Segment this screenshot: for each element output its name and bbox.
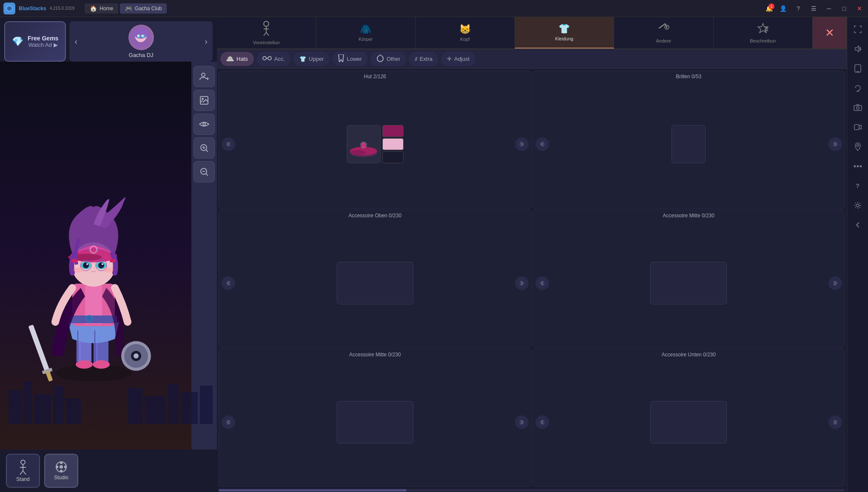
phone-btn[interactable]	[850, 60, 866, 77]
account-btn[interactable]: 👤	[778, 3, 788, 14]
tab-kleidung-label: Kleidung	[555, 36, 573, 41]
cat-lower[interactable]: Lower	[332, 52, 367, 66]
char-next-btn[interactable]: ›	[205, 37, 208, 46]
svg-point-112	[519, 420, 524, 425]
cat-hats[interactable]: Hats	[220, 52, 254, 66]
slot-acc-mitte-2-prev[interactable]	[222, 415, 235, 429]
studio-button[interactable]: Studio	[44, 454, 78, 488]
bluestacks-logo	[3, 3, 15, 14]
visibility-btn[interactable]	[194, 114, 215, 135]
help-btn[interactable]: ?	[793, 3, 803, 14]
color-swatch-mid[interactable]	[382, 138, 404, 150]
add-character-btn[interactable]	[194, 66, 215, 87]
window-controls: 🔔 1 👤 ? ☰ ─ □ ✕	[766, 3, 865, 14]
svg-point-81	[264, 21, 269, 26]
svg-line-86	[659, 24, 665, 28]
slot-acc-oben-next[interactable]	[515, 276, 529, 290]
char-prev-btn[interactable]: ‹	[74, 37, 77, 46]
slot-acc-unten: Accessoire Unten 0/230	[532, 349, 845, 487]
tab-kleidung[interactable]: 👕 Kleidung	[515, 17, 615, 48]
cat-acc-icon	[262, 56, 272, 62]
tab-beschreibun[interactable]: Beschreibun	[714, 17, 813, 48]
slot-acc-unten-next[interactable]	[828, 415, 842, 429]
menu-btn[interactable]: ☰	[808, 3, 819, 14]
fullscreen-btn[interactable]	[850, 21, 866, 37]
svg-point-36	[98, 262, 104, 268]
svg-point-49	[134, 353, 139, 358]
tab-koerper[interactable]: 🧥 Körper	[316, 17, 416, 48]
slot-brillen-item[interactable]	[672, 125, 706, 163]
tab-home[interactable]: 🏠 Home	[85, 3, 118, 14]
svg-rect-9	[9, 390, 21, 424]
slot-acc-oben-prev[interactable]	[222, 276, 235, 290]
volume-btn[interactable]	[850, 41, 866, 57]
zoom-in-btn[interactable]	[194, 137, 215, 159]
cat-other[interactable]: Other	[370, 52, 407, 66]
settings-edge-btn[interactable]	[850, 197, 866, 213]
stand-button[interactable]: Stand	[6, 454, 40, 488]
maximize-btn[interactable]: □	[839, 3, 849, 14]
scrollbar-track[interactable]	[217, 489, 847, 492]
svg-point-104	[519, 142, 524, 147]
slot-brillen-items	[551, 125, 827, 163]
svg-point-7	[137, 35, 139, 37]
cat-adjust[interactable]: ✛ Adjust	[441, 52, 475, 66]
slot-hut-item[interactable]	[347, 125, 381, 163]
slot-hut-prev[interactable]	[222, 137, 235, 151]
tab-close[interactable]: ✕	[813, 17, 847, 48]
char-name: Gacha DJ	[129, 52, 154, 58]
svg-point-105	[540, 142, 545, 147]
color-swatch-top[interactable]	[382, 125, 404, 137]
svg-point-113	[540, 420, 545, 425]
more-btn[interactable]	[850, 158, 866, 174]
tab-gacha-club[interactable]: 🎮 Gacha Club	[120, 3, 167, 14]
svg-point-42	[103, 267, 114, 273]
slot-acc-mitte-2-row	[222, 360, 529, 484]
screenshot-btn[interactable]	[850, 100, 866, 116]
cat-hats-label: Hats	[236, 56, 248, 62]
slot-hut-next[interactable]	[515, 137, 529, 151]
svg-line-84	[264, 32, 266, 36]
tab-voreinstellun[interactable]: Voreinstellun	[217, 17, 316, 48]
svg-point-57	[202, 73, 205, 77]
slot-acc-mitte-1-prev[interactable]	[535, 276, 549, 290]
category-tabs: Hats Acc. 👕 Upper	[217, 49, 847, 69]
slot-acc-unten-item[interactable]	[650, 401, 727, 444]
slot-brillen-prev[interactable]	[535, 137, 549, 151]
svg-line-73	[20, 471, 23, 475]
notification-icon[interactable]: 🔔 1	[766, 5, 773, 12]
slot-acc-mitte-2-item[interactable]	[337, 401, 413, 444]
minimize-btn[interactable]: ─	[824, 3, 834, 14]
record-btn[interactable]	[850, 119, 866, 135]
zoom-out-btn[interactable]	[194, 161, 215, 182]
svg-point-89	[667, 26, 668, 27]
back-edge-btn[interactable]	[850, 217, 866, 233]
close-btn[interactable]: ✕	[854, 3, 865, 14]
slot-brillen-next[interactable]	[828, 137, 842, 151]
cat-hats-icon	[226, 55, 234, 63]
color-swatch-bot[interactable]	[382, 151, 404, 163]
cat-upper-label: Upper	[309, 56, 324, 62]
scrollbar-thumb[interactable]	[219, 489, 407, 492]
svg-point-38	[102, 263, 103, 265]
tab-kopf[interactable]: 😸 Kopf	[416, 17, 515, 48]
cat-acc[interactable]: Acc.	[256, 52, 291, 66]
cat-upper[interactable]: 👕 Upper	[293, 52, 330, 66]
slot-hut-row	[222, 82, 529, 206]
gallery-btn[interactable]	[194, 90, 215, 111]
tab-andere[interactable]: Andere	[614, 17, 714, 48]
svg-point-118	[857, 107, 859, 109]
slot-acc-unten-prev[interactable]	[535, 415, 549, 429]
cat-extra-icon: //	[415, 56, 417, 62]
rotate-btn[interactable]	[850, 80, 866, 96]
slot-hut: Hut 2/126	[219, 71, 532, 209]
slot-acc-mitte-1-item[interactable]	[650, 262, 727, 304]
slot-acc-mitte-1-next[interactable]	[828, 276, 842, 290]
slot-acc-oben-item[interactable]	[337, 262, 413, 304]
cat-extra[interactable]: // Extra	[409, 52, 438, 66]
location-btn[interactable]	[850, 139, 866, 155]
slot-acc-mitte-2-next[interactable]	[515, 415, 529, 429]
help-edge-btn[interactable]: ?	[850, 178, 866, 194]
free-gems-button[interactable]: 💎 Free Gems Watch Ad ▶	[4, 21, 66, 62]
right-panel: Voreinstellun 🧥 Körper 😸 Kopf 👕 Kleidung	[217, 17, 847, 492]
